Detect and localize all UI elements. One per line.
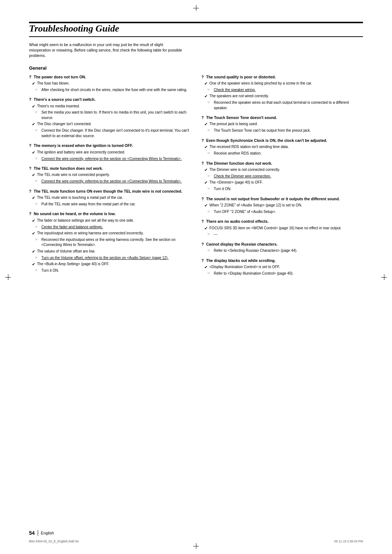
problem-heading: ?The memory is erased when the ignition … [29, 143, 191, 148]
cause-text: FOCUS/ SRS 3D item on <WOW Control> (pag… [209, 226, 342, 231]
question-mark: ? [201, 138, 205, 143]
page-number: 54 [29, 530, 35, 536]
remedy-arrow-icon [35, 179, 40, 184]
problem-text: The display blacks out while scrolling. [206, 258, 275, 263]
question-mark: ? [201, 258, 205, 263]
section-s4: ?The TEL mute function does not work.✔Th… [29, 166, 191, 184]
remedy-arrow-icon [35, 110, 40, 115]
remedy-text: Receive another RDS station. [214, 151, 262, 156]
remedy-text: Reconnect the input/output wires or the … [41, 237, 191, 248]
section-s3: ?The memory is erased when the ignition … [29, 143, 191, 161]
checkmark-icon: ✔ [32, 122, 36, 127]
question-mark: ? [29, 189, 33, 194]
problem-text: The TEL mute function does not work. [34, 166, 103, 171]
cause-item: ✔The values of Volume offset are low. [29, 249, 191, 255]
cause-item: ✔One of the speaker wires is being pinch… [201, 81, 363, 87]
problem-heading: ?The sound is not output from Subwoofer … [201, 196, 363, 202]
remedy-text: Connect the wire correctly, referring to… [41, 156, 181, 162]
remedy-text: --- [214, 232, 217, 237]
checkmark-icon: ✔ [32, 150, 36, 156]
problem-heading: ?The Touch Sensor Tone doesn't sound. [201, 115, 363, 120]
remedy-text: Turn OFF "2 ZONE" of <Audio Setup>. [214, 209, 276, 215]
section-r5: ?The sound is not output from Subwoofer … [201, 196, 363, 215]
remedy-arrow-icon [207, 174, 212, 178]
question-mark: ? [201, 115, 205, 120]
remedy-arrow-icon [207, 232, 212, 237]
cause-text: The fuse has blown. [37, 81, 70, 86]
remedy-arrow-icon [207, 271, 212, 276]
checkmark-icon: ✔ [204, 94, 208, 99]
remedy-text: The Touch Sensor Tone can't be output fr… [214, 128, 311, 134]
section-s5: ?The TEL mute function turns ON even tho… [29, 189, 191, 207]
checkmark-icon: ✔ [32, 195, 36, 201]
question-mark: ? [29, 74, 33, 80]
remedy-text: Set the media you want to listen to. If … [41, 110, 191, 120]
remedy-item: Turn it ON. [201, 186, 363, 192]
question-mark: ? [29, 166, 33, 171]
problem-heading: ?The sound quality is poor or distorted. [201, 74, 363, 80]
remedy-item: Connect the Disc changer. If the Disc ch… [29, 128, 191, 139]
cause-text: The Disc changer isn't connected. [37, 122, 91, 127]
question-mark: ? [29, 97, 33, 102]
checkmark-icon: ✔ [204, 122, 208, 127]
remedy-text: Check the speaker wiring. [214, 87, 256, 93]
checkmark-icon: ✔ [32, 172, 36, 178]
checkmark-icon: ✔ [204, 144, 208, 150]
cause-item: ✔The TEL mute wire is not connected prop… [29, 172, 191, 178]
section-s2: ?There's a source you can't switch.✔Ther… [29, 97, 191, 139]
remedy-item: Check the Dimmer wire connection. [201, 174, 363, 179]
problem-heading: ?The Dimmer function does not work. [201, 161, 363, 166]
remedy-item: Turn it ON. [29, 268, 191, 274]
problem-text: The Dimmer function does not work. [206, 161, 272, 166]
remedy-arrow-icon [35, 268, 40, 273]
checkmark-icon: ✔ [204, 180, 208, 186]
cause-item: ✔The speakers are not wired correctly. [201, 94, 363, 99]
remedy-arrow-icon [207, 186, 212, 191]
remedy-text: Connect the wire correctly, referring to… [41, 179, 181, 184]
cause-item: ✔The fader or balance settings are set a… [29, 218, 191, 224]
remedy-item: Connect the wire correctly, referring to… [29, 179, 191, 184]
checkmark-icon: ✔ [32, 249, 36, 255]
footer-date: 05.11.15 2:36:03 PM [334, 539, 363, 543]
question-mark: ? [201, 161, 205, 166]
remedy-item: Turn up the Volume offset, referring to … [29, 255, 191, 261]
footer-file: B64-3304-00_01_E_English.indd 54 [29, 539, 79, 543]
remedy-text: Reconnect the speaker wires so that each… [214, 100, 363, 111]
cause-item: ✔<Display Illumination Control> is set t… [201, 264, 363, 270]
remedy-item: Reconnect the speaker wires so that each… [201, 100, 363, 111]
question-mark: ? [201, 74, 205, 80]
problem-text: The sound quality is poor or distorted. [206, 74, 276, 80]
remedy-arrow-icon [207, 100, 212, 105]
problem-heading: ?The TEL mute function does not work. [29, 166, 191, 171]
remedy-arrow-icon [35, 237, 40, 242]
intro-text: What might seem to be a malfunction in y… [29, 42, 185, 59]
problem-heading: ?The TEL mute function turns ON even tho… [29, 189, 191, 194]
problem-text: The power does not turn ON. [34, 74, 86, 80]
cause-text: The received RDS station isn't sending t… [209, 144, 289, 150]
cause-text: The ignition and battery wire are incorr… [37, 150, 125, 155]
section-r4: ?The Dimmer function does not work.✔The … [201, 161, 363, 192]
problem-text: There are no audio control effects. [206, 219, 269, 224]
problem-heading: ?Cannot display the Russian characters. [201, 242, 363, 247]
general-heading: General [29, 65, 363, 71]
cause-text: The Dimmer wire is not connected correct… [209, 167, 280, 173]
problem-text: There's a source you can't switch. [34, 97, 95, 102]
checkmark-icon: ✔ [32, 218, 36, 224]
problem-heading: ?The display blacks out while scrolling. [201, 258, 363, 263]
checkmark-icon: ✔ [204, 264, 208, 270]
problem-text: The sound is not output from Subwoofer o… [206, 196, 340, 202]
problem-text: Even though Synchronize Clock is ON, the… [206, 138, 327, 143]
question-mark: ? [29, 211, 33, 217]
remedy-arrow-icon [207, 151, 212, 156]
section-s1: ?The power does not turn ON.✔The fuse ha… [29, 74, 191, 93]
remedy-arrow-icon [35, 156, 40, 161]
checkmark-icon: ✔ [32, 81, 36, 87]
crosshair-bottom [193, 543, 199, 549]
section-r1: ?The sound quality is poor or distorted.… [201, 74, 363, 111]
cause-text: There's no media inserted. [37, 104, 80, 109]
checkmark-icon: ✔ [32, 262, 36, 267]
remedy-text: Refer to <Display Illumination Control> … [214, 271, 294, 276]
crosshair-right [381, 274, 387, 280]
problem-text: Cannot display the Russian characters. [206, 242, 278, 247]
left-column: ?The power does not turn ON.✔The fuse ha… [29, 74, 191, 281]
